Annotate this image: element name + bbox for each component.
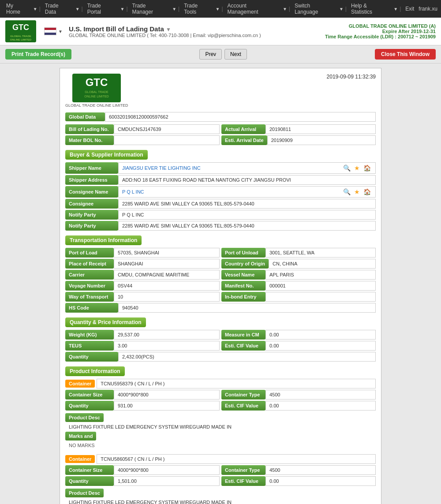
consignee-name-row: Consignee Name P Q L INC 🔍 ★ 🏠 xyxy=(65,186,376,198)
qty-price-header: Quantity & Price Information xyxy=(65,317,146,327)
svg-text:GLOBAL TRADE: GLOBAL TRADE xyxy=(85,90,109,93)
container-size-label-1: Container Size xyxy=(65,390,114,399)
next-button-top[interactable]: Next xyxy=(224,49,247,60)
company-name: GLOBAL TRADE ONLINE LIMITED (A) xyxy=(325,23,436,29)
svg-text:GLOBAL TRADE: GLOBAL TRADE xyxy=(10,35,31,37)
shipper-address-label: Shipper Address xyxy=(65,175,118,185)
global-data-label: Global Data xyxy=(65,112,105,121)
product-desc-label-1: Product Desc xyxy=(65,413,104,422)
transport-header: Transportation Information xyxy=(65,235,142,245)
esti-arrival-label: Esti. Arrival Date xyxy=(221,135,267,145)
marks-label-1: Marks and xyxy=(65,432,96,441)
product-desc-label-2: Product Desc xyxy=(65,489,104,497)
consignee-search-icon[interactable]: 🔍 xyxy=(342,188,351,195)
way-transport-row: Way of Transport 10 In-bond Entry xyxy=(65,292,376,302)
page-title: U.S. Import Bill of Lading Data ▼ xyxy=(69,25,261,33)
consignee-name-value: P Q L INC 🔍 ★ 🏠 xyxy=(118,186,376,198)
container-1-qty: 931.00 xyxy=(114,401,220,411)
flag-area[interactable]: ▼ xyxy=(44,27,63,35)
username: frank.xu xyxy=(419,6,437,12)
star-icon[interactable]: ★ xyxy=(353,164,361,172)
container-1-desc: LIGHTING FIXTURE LED EMERGENCY SYSTEM WI… xyxy=(65,423,376,430)
teus-label: TEUS xyxy=(65,341,114,351)
time-range: Time Range Accessible (LDR) : 200712 ~ 2… xyxy=(325,34,436,39)
container-2-qty: 1,501.00 xyxy=(114,476,220,486)
top-toolbar: Print Trade Record(s) Prev Next Close Th… xyxy=(0,45,441,63)
header-title-area: U.S. Import Bill of Lading Data ▼ GLOBAL… xyxy=(69,25,261,38)
search-icon[interactable]: 🔍 xyxy=(342,164,351,172)
svg-text:ONLINE LIMITED: ONLINE LIMITED xyxy=(10,38,32,41)
logo: GTC GLOBAL TRADE ONLINE LIMITED xyxy=(5,20,36,42)
nav-helpstats[interactable]: Help & Statistics xyxy=(348,2,392,16)
flag-dropdown[interactable]: ▼ xyxy=(58,29,63,34)
container-1-id: TCNU5958379 ( CN / L / PH ) xyxy=(97,379,376,388)
container-1-type: 4500 xyxy=(265,390,376,399)
port-unload-label: Port of Unload xyxy=(221,248,265,258)
mater-bol-label: Mater BOL No. xyxy=(65,135,114,145)
print-button-top[interactable]: Print Trade Record(s) xyxy=(5,49,71,60)
nav-tradeportal[interactable]: Trade Portal xyxy=(85,2,119,16)
consignee-name-label: Consignee Name xyxy=(65,186,118,198)
product-header: Product Information xyxy=(65,366,125,376)
measure-cm-label: Measure in CM xyxy=(221,330,265,340)
container-2-badge: Container xyxy=(65,455,95,463)
carrier-vessel-row: Carrier CMDU, COMPAGNIE MARITIME Vessel … xyxy=(65,270,376,280)
hs-code-label: HS Code xyxy=(65,303,118,313)
in-bond-label: In-bond Entry xyxy=(221,292,265,302)
notify-party1-row: Notify Party P Q L INC xyxy=(65,210,376,220)
nav-switchlang[interactable]: Switch Language xyxy=(292,2,337,16)
nav-myhome-dropdown: ▼ xyxy=(33,7,37,11)
close-button-top[interactable]: Close This Window xyxy=(375,49,436,60)
nav-tradeportal-dropdown: ▼ xyxy=(120,7,125,11)
nav-myhome[interactable]: My Home xyxy=(4,2,31,16)
nav-tradedata[interactable]: Trade Data xyxy=(42,2,74,16)
container-type-label-1: Container Type xyxy=(221,390,265,399)
bol-value: CMDUCNSJ147639 xyxy=(114,124,220,134)
shipper-icons: 🔍 ★ 🏠 xyxy=(342,164,372,172)
teus-cif-row: TEUS 3.00 Esti. CIF Value 0.00 xyxy=(65,341,376,351)
manifest-value: 000001 xyxy=(265,281,376,291)
page-header: GTC GLOBAL TRADE ONLINE LIMITED ▼ U.S. I… xyxy=(0,18,441,45)
global-data-value: 60032019081200005976​62 xyxy=(105,112,376,122)
product-section: Product Information Container TCNU595837… xyxy=(65,363,376,504)
logo-area: GTC GLOBAL TRADE ONLINE LIMITED ▼ xyxy=(5,20,63,42)
prev-button-top[interactable]: Prev xyxy=(199,49,222,60)
quantity-value: 2,432.00(PCS) xyxy=(118,352,376,362)
nav-tradetools-dropdown: ▼ xyxy=(216,7,220,11)
container-2-size-type: Container Size 4000*900*800 Container Ty… xyxy=(65,465,376,475)
nav-accountmgmt[interactable]: Account Management xyxy=(225,2,281,16)
mater-bol-value xyxy=(114,135,220,145)
quantity-label: Quantity xyxy=(65,352,118,362)
home-icon[interactable]: 🏠 xyxy=(363,164,372,172)
voyage-value: 0SV44 xyxy=(114,281,220,291)
container-2-id: TCNU5860567 ( CN / L / PH ) xyxy=(97,454,376,464)
container-1-qty-cif: Quantity 931.00 Esti. CIF Value 0.00 xyxy=(65,401,376,411)
place-receipt-label: Place of Receipt xyxy=(65,259,114,269)
mater-bol-row: Mater BOL No. Esti. Arrival Date 2019090… xyxy=(65,135,376,145)
port-load-label: Port of Load xyxy=(65,248,114,258)
nav-trademanager[interactable]: Trade Manager xyxy=(130,2,171,16)
notify-party1-label: Notify Party xyxy=(65,210,118,220)
transport-section: Transportation Information Port of Load … xyxy=(65,232,376,313)
consignee-home-icon[interactable]: 🏠 xyxy=(363,188,372,195)
shipper-name-row: Shipper Name JIANGSU EVER TIE LIGHTING I… xyxy=(65,162,376,174)
nav-helpstats-dropdown: ▼ xyxy=(393,7,398,11)
container-qty-label-1: Quantity xyxy=(65,401,114,411)
consignee-star-icon[interactable]: ★ xyxy=(353,188,361,195)
container-size-label-2: Container Size xyxy=(65,465,114,475)
nav-tradedata-dropdown: ▼ xyxy=(75,7,80,11)
container-1-cif: 0.00 xyxy=(265,401,376,411)
container-1-size: 4000*900*800 xyxy=(114,390,220,399)
doc-logo-sub: GLOBAL TRADE ONLINE LIMITED xyxy=(65,103,128,108)
main-content: GTC GLOBAL TRADE ONLINE LIMITED GLOBAL T… xyxy=(0,63,441,504)
nav-tradetools[interactable]: Trade Tools xyxy=(181,2,213,16)
country-origin-label: Country of Origin xyxy=(221,259,269,269)
voyage-label: Voyage Number xyxy=(65,281,114,291)
svg-text:ONLINE LIMITED: ONLINE LIMITED xyxy=(84,95,109,98)
top-navigation: My Home ▼ | Trade Data ▼ | Trade Portal … xyxy=(0,0,441,18)
flag-icon xyxy=(44,27,56,35)
actual-arrival-value: 20190811 xyxy=(265,124,376,134)
esti-arrival-col: Esti. Arrival Date 20190909 xyxy=(221,135,376,145)
nav-exit[interactable]: Exit xyxy=(403,5,417,13)
container-2-cif: 0.00 xyxy=(265,476,376,486)
